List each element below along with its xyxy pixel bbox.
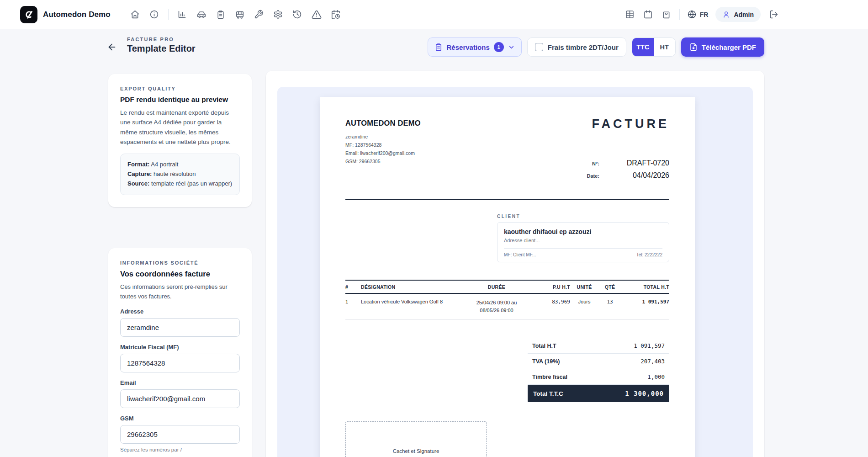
invoice-number: DRAFT-0720 [612,159,669,167]
language-label: FR [700,11,709,18]
row-num: 1 [345,299,361,304]
total-ht-label: Total H.T [532,343,556,349]
company-info-description: Ces informations seront pré-remplies sur… [120,282,240,301]
invoice-number-label: N°: [592,161,599,166]
page-header: FACTURE PRO Template Editor Réservations… [0,29,868,64]
address-input[interactable] [120,318,240,337]
invoice-header: AUTOMEDON DEMO zeramdine MF: 1287564328 … [345,119,669,200]
invoice-company-mf: MF: 1287564328 [345,141,669,149]
bar-chart-icon[interactable] [177,9,188,20]
company-info-card: INFORMATIONS SOCIÉTÉ Vos coordonnées fac… [108,248,252,457]
invoice-table: # DÉSIGNATION DURÉE P.U H.T UNITÉ QTÉ TO… [345,280,669,320]
grand-total-label: Total T.T.C [533,390,563,397]
clipboard-icon[interactable] [215,9,226,20]
table-grid-icon[interactable] [625,9,635,20]
breadcrumb: FACTURE PRO [127,37,196,42]
history-icon[interactable] [292,9,303,20]
spec-source-label: Source: [127,180,149,187]
download-pdf-label: Télécharger PDF [702,43,756,51]
admin-menu-button[interactable]: Admin [715,7,761,22]
gsm-field-group: GSM Séparez les numéros par / [120,415,240,452]
clipboard-icon [434,43,443,51]
tax-mode-toggle: TTC HT [632,37,676,57]
globe-icon [687,10,697,19]
top-navbar: Automedon Demo [0,0,868,29]
invoice-doc-title: FACTURE [592,117,670,131]
spec-source-value: template réel (pas un wrapper) [149,180,232,187]
export-specs-box: Format: A4 portrait Capture: haute résol… [120,154,240,195]
download-pdf-button[interactable]: Télécharger PDF [681,37,764,57]
timbre-checkbox-button[interactable]: Frais timbre 2DT/Jour [527,37,626,57]
spec-format-label: Format: [127,161,149,168]
gsm-hint: Séparez les numéros par / [120,447,240,452]
nav-icon-bar [130,9,341,20]
bus-icon[interactable] [234,9,245,20]
back-button[interactable] [105,40,119,54]
admin-label: Admin [734,11,754,18]
invoice-company-address: zeramdine [345,133,669,141]
client-name: kaouther dhifaoui ep azzouzi [504,228,662,235]
language-selector[interactable]: FR [687,10,709,19]
title-block: FACTURE PRO Template Editor [127,37,196,54]
row-duree: 25/04/26 09:00 au 08/05/26 09:00 [460,299,533,314]
invoice-date: 04/04/2026 [612,171,669,180]
chevron-down-icon [508,44,515,51]
logo-glyph [23,9,35,21]
app-logo[interactable] [20,6,37,23]
address-label: Adresse [120,308,240,315]
timbre-checkbox[interactable] [535,43,543,51]
export-quality-card: EXPORT QUALITY PDF rendu identique au pr… [108,74,252,207]
spec-capture-label: Capture: [127,170,152,177]
client-eyebrow: CLIENT [497,214,669,219]
home-icon[interactable] [130,9,141,20]
alert-triangle-icon[interactable] [311,9,322,20]
company-info-eyebrow: INFORMATIONS SOCIÉTÉ [120,260,240,266]
invoice-table-header: # DÉSIGNATION DURÉE P.U H.T UNITÉ QTÉ TO… [345,280,669,294]
calendar-clock-icon[interactable] [330,9,341,20]
row-total: 1 091,597 [621,299,669,305]
invoice-date-row: Date: 04/04/2026 [587,171,669,180]
car-icon[interactable] [196,9,207,20]
nav-divider [679,9,680,20]
export-quality-eyebrow: EXPORT QUALITY [120,86,240,91]
info-icon[interactable] [149,9,160,20]
preview-surface: AUTOMEDON DEMO zeramdine MF: 1287564328 … [277,87,753,457]
email-field-group: Email [120,379,240,408]
timbre-label: Frais timbre 2DT/Jour [548,43,619,51]
total-ht-row: Total H.T 1 091,597 [528,338,669,354]
row-qte: 13 [598,299,621,305]
shopping-bag-icon[interactable] [661,9,672,20]
invoice-page: AUTOMEDON DEMO zeramdine MF: 1287564328 … [320,97,695,457]
col-unite: UNITÉ [570,284,598,290]
nav-divider [168,9,169,20]
reservations-dropdown-button[interactable]: Réservations 1 [428,37,522,57]
client-mf: MF: Client MF... [504,252,536,257]
mf-label: Matricule Fiscal (MF) [120,344,240,351]
timbre-row: Timbre fiscal 1,000 [528,369,669,385]
client-section: CLIENT kaouther dhifaoui ep azzouzi Adre… [345,214,669,262]
file-download-icon [689,43,698,51]
col-qte: QTÉ [598,284,621,290]
email-input[interactable] [120,389,240,408]
mf-input[interactable] [120,354,240,372]
grand-total-value: 1 300,000 [625,390,664,397]
spec-source: Source: template réel (pas un wrapper) [127,179,233,189]
wrench-icon[interactable] [254,9,265,20]
calendar-icon[interactable] [643,9,654,20]
toggle-ttc[interactable]: TTC [632,38,654,56]
toggle-ht[interactable]: HT [654,38,675,56]
tva-value: 207,403 [640,358,665,365]
col-num: # [345,284,361,290]
email-label: Email [120,379,240,386]
settings-gear-icon[interactable] [273,9,284,20]
export-quality-title: PDF rendu identique au preview [120,96,240,104]
nav-right-group: FR Admin [625,7,779,22]
gsm-input[interactable] [120,425,240,444]
total-ht-value: 1 091,597 [634,342,665,349]
export-quality-description: Le rendu est maintenant exporté depuis u… [120,108,240,147]
mf-field-group: Matricule Fiscal (MF) [120,344,240,372]
timbre-fiscal-value: 1,000 [647,373,665,380]
logout-icon[interactable] [768,9,779,20]
col-total: TOTAL H.T [621,284,669,290]
grand-total-row: Total T.T.C 1 300,000 [528,385,669,402]
